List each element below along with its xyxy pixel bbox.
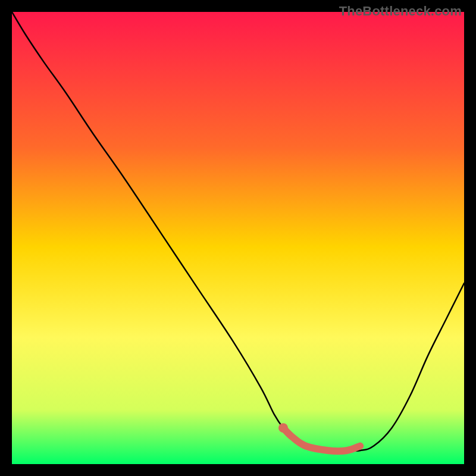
optimal-point-marker: [278, 423, 288, 433]
gradient-background: [12, 12, 464, 464]
chart-plot: [12, 12, 464, 464]
chart-frame: [12, 12, 464, 464]
